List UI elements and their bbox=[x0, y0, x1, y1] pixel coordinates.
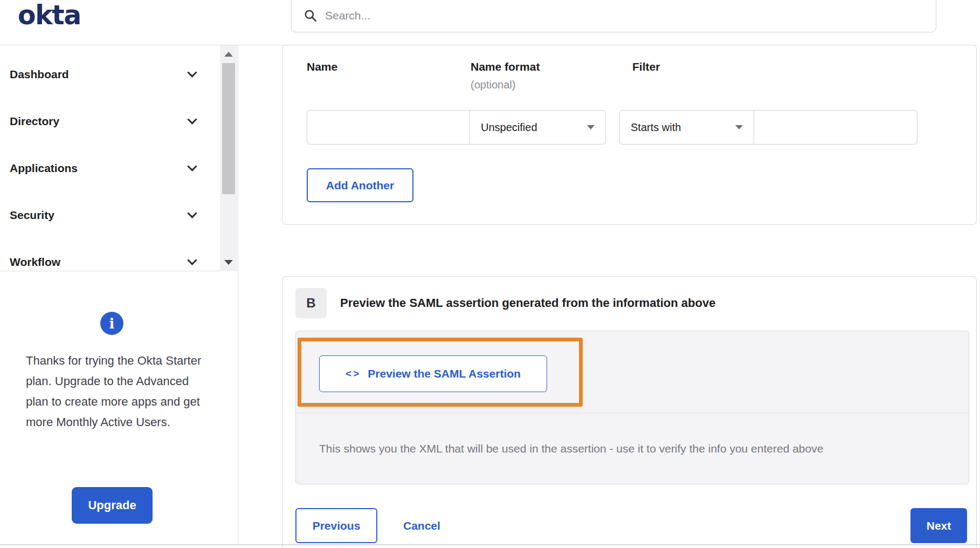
name-column-label: Name bbox=[307, 60, 337, 73]
sidebar-item-dashboard[interactable]: Dashboard bbox=[0, 51, 238, 98]
sidebar-item-label: Dashboard bbox=[10, 68, 69, 81]
name-format-selected-value: Unspecified bbox=[481, 121, 537, 134]
preview-description-row: This shows you the XML that will be used… bbox=[296, 413, 969, 484]
filter-column-label: Filter bbox=[632, 60, 660, 73]
sidebar-item-label: Workflow bbox=[10, 256, 60, 269]
scrollbar-down-icon bbox=[224, 260, 233, 265]
preview-saml-assertion-button[interactable]: <> Preview the SAML Assertion bbox=[319, 355, 547, 392]
code-icon: <> bbox=[346, 368, 361, 380]
sidebar-divider bbox=[238, 45, 238, 545]
scrollbar-down-button[interactable] bbox=[220, 254, 237, 271]
sidebar-scrollbar[interactable] bbox=[220, 45, 237, 271]
name-format-column-label: Name format bbox=[471, 60, 540, 73]
caret-down-icon bbox=[587, 125, 595, 129]
add-another-button[interactable]: Add Another bbox=[307, 168, 413, 202]
chevron-down-icon bbox=[187, 161, 197, 171]
sidebar-item-security[interactable]: Security bbox=[0, 191, 238, 238]
viewport-bottom-divider bbox=[0, 544, 980, 545]
preview-assertion-box: This shows you the XML that will be used… bbox=[295, 331, 969, 484]
name-format-select[interactable]: Unspecified bbox=[470, 110, 606, 145]
info-icon: i bbox=[100, 312, 123, 335]
okta-logo: okta bbox=[18, 0, 81, 31]
sidebar-item-directory[interactable]: Directory bbox=[0, 98, 238, 145]
preview-saml-assertion-label: Preview the SAML Assertion bbox=[368, 367, 521, 380]
next-button[interactable]: Next bbox=[910, 508, 967, 543]
section-b-badge: B bbox=[295, 288, 327, 318]
chevron-down-icon bbox=[187, 208, 197, 218]
filter-value-field-wrap bbox=[754, 110, 917, 145]
global-search[interactable] bbox=[291, 0, 936, 32]
trial-notice-text: Thanks for trying the Okta Starter plan.… bbox=[26, 351, 207, 433]
caret-down-icon bbox=[735, 125, 743, 129]
sidebar-item-label: Security bbox=[10, 209, 54, 222]
scrollbar-up-icon bbox=[224, 52, 233, 57]
sidebar-item-workflow[interactable]: Workflow bbox=[0, 238, 238, 285]
chevron-down-icon bbox=[187, 255, 197, 265]
preview-description-text: This shows you the XML that will be used… bbox=[319, 442, 823, 455]
filter-type-selected-value: Starts with bbox=[631, 121, 681, 134]
filter-type-select[interactable]: Starts with bbox=[619, 110, 754, 145]
search-icon bbox=[303, 9, 318, 23]
sidebar-nav: Dashboard Directory Applications Securit… bbox=[0, 45, 238, 271]
search-input[interactable] bbox=[325, 9, 810, 22]
sidebar-item-label: Directory bbox=[10, 115, 59, 128]
preview-saml-card: B Preview the SAML assertion generated f… bbox=[282, 276, 977, 548]
cancel-button[interactable]: Cancel bbox=[403, 508, 440, 543]
attribute-name-input[interactable] bbox=[307, 111, 470, 144]
scrollbar-thumb[interactable] bbox=[222, 63, 235, 194]
okta-admin-console: okta Dashboard Directory Applications Se… bbox=[0, 0, 980, 548]
preview-section-title: Preview the SAML assertion generated fro… bbox=[340, 296, 715, 310]
name-format-optional-hint: (optional) bbox=[471, 79, 515, 91]
filter-value-input[interactable] bbox=[754, 111, 917, 144]
attribute-statement-card: Name Name format (optional) Filter Unspe… bbox=[282, 45, 977, 225]
chevron-down-icon bbox=[187, 114, 197, 124]
upgrade-button[interactable]: Upgrade bbox=[72, 487, 153, 524]
scrollbar-up-button[interactable] bbox=[220, 45, 237, 63]
attribute-name-field-wrap bbox=[307, 110, 470, 145]
chevron-down-icon bbox=[187, 67, 197, 77]
previous-button[interactable]: Previous bbox=[295, 508, 377, 543]
sidebar-item-label: Applications bbox=[10, 162, 78, 175]
sidebar-item-applications[interactable]: Applications bbox=[0, 145, 238, 191]
